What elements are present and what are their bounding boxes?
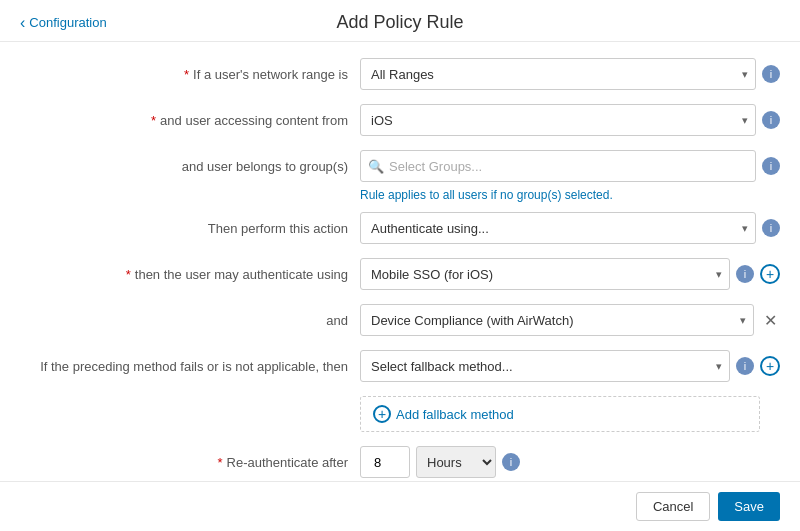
groups-search-wrapper: 🔍: [360, 150, 756, 182]
required-star-1: *: [184, 67, 189, 82]
fallback-info-icon[interactable]: i: [736, 357, 754, 375]
groups-info-icon[interactable]: i: [762, 157, 780, 175]
add-fallback-circle-icon: +: [373, 405, 391, 423]
device-compliance-select-wrapper: Device Compliance (with AirWatch) Certif…: [360, 304, 754, 336]
auth-method-select-wrapper: Mobile SSO (for iOS) Password Certificat…: [360, 258, 730, 290]
device-compliance-select[interactable]: Device Compliance (with AirWatch) Certif…: [360, 304, 754, 336]
page-footer: Cancel Save: [0, 481, 800, 531]
cancel-button[interactable]: Cancel: [636, 492, 710, 521]
device-compliance-row: and Device Compliance (with AirWatch) Ce…: [20, 304, 780, 336]
network-range-label: * If a user's network range is: [20, 67, 360, 82]
fallback-select-wrapper: Select fallback method... Password Certi…: [360, 350, 730, 382]
reauth-info-icon[interactable]: i: [502, 453, 520, 471]
groups-helper-text: Rule applies to all users if no group(s)…: [360, 188, 780, 202]
auth-method-info-icon[interactable]: i: [736, 265, 754, 283]
auth-method-select[interactable]: Mobile SSO (for iOS) Password Certificat…: [360, 258, 730, 290]
reauth-unit-select[interactable]: Hours Days Minutes: [416, 446, 496, 478]
auth-method-input-col: Mobile SSO (for iOS) Password Certificat…: [360, 258, 780, 290]
network-range-select-wrapper: All Ranges Custom Range ▾: [360, 58, 756, 90]
page-header: Configuration Add Policy Rule: [0, 0, 800, 42]
fallback-input-col: Select fallback method... Password Certi…: [360, 350, 780, 382]
add-fallback-button[interactable]: + Add fallback method: [373, 405, 514, 423]
action-info-icon[interactable]: i: [762, 219, 780, 237]
groups-search-input[interactable]: [360, 150, 756, 182]
fallback-label: If the preceding method fails or is not …: [20, 359, 360, 374]
groups-input-col: 🔍 i: [360, 150, 780, 182]
action-label: Then perform this action: [20, 221, 360, 236]
reauth-row: * Re-authenticate after Hours Days Minut…: [20, 446, 780, 478]
save-button[interactable]: Save: [718, 492, 780, 521]
content-from-label: * and user accessing content from: [20, 113, 360, 128]
reauth-label: * Re-authenticate after: [20, 455, 360, 470]
action-select-wrapper: Authenticate using... Deny access Allow …: [360, 212, 756, 244]
action-row: Then perform this action Authenticate us…: [20, 212, 780, 244]
add-fallback-method-button[interactable]: +: [760, 356, 780, 376]
content-from-info-icon[interactable]: i: [762, 111, 780, 129]
device-compliance-input-col: Device Compliance (with AirWatch) Certif…: [360, 304, 780, 336]
device-compliance-label: and: [20, 313, 360, 328]
network-range-input-col: All Ranges Custom Range ▾ i: [360, 58, 780, 90]
remove-device-compliance-button[interactable]: ✕: [760, 310, 780, 330]
fallback-row: If the preceding method fails or is not …: [20, 350, 780, 382]
network-range-select[interactable]: All Ranges Custom Range: [360, 58, 756, 90]
network-range-info-icon[interactable]: i: [762, 65, 780, 83]
reauth-input-col: Hours Days Minutes i: [360, 446, 780, 478]
form-content: * If a user's network range is All Range…: [0, 42, 800, 481]
action-select[interactable]: Authenticate using... Deny access Allow …: [360, 212, 756, 244]
page-title: Add Policy Rule: [336, 12, 463, 33]
groups-label: and user belongs to group(s): [20, 159, 360, 174]
add-auth-method-button[interactable]: +: [760, 264, 780, 284]
required-star-2: *: [151, 113, 156, 128]
auth-method-label: * then the user may authenticate using: [20, 267, 360, 282]
add-fallback-box: + Add fallback method: [360, 396, 760, 432]
reauth-number-input[interactable]: [360, 446, 410, 478]
network-range-row: * If a user's network range is All Range…: [20, 58, 780, 90]
content-from-input-col: iOS Android Windows macOS ▾ i: [360, 104, 780, 136]
search-icon: 🔍: [368, 159, 384, 174]
reauth-number-wrapper: [360, 446, 410, 478]
required-star-5: *: [126, 267, 131, 282]
required-star-8: *: [218, 455, 223, 470]
content-from-row: * and user accessing content from iOS An…: [20, 104, 780, 136]
groups-row: and user belongs to group(s) 🔍 i: [20, 150, 780, 182]
back-link[interactable]: Configuration: [20, 14, 107, 32]
auth-method-row: * then the user may authenticate using M…: [20, 258, 780, 290]
content-from-select-wrapper: iOS Android Windows macOS ▾: [360, 104, 756, 136]
action-input-col: Authenticate using... Deny access Allow …: [360, 212, 780, 244]
content-from-select[interactable]: iOS Android Windows macOS: [360, 104, 756, 136]
fallback-select[interactable]: Select fallback method... Password Certi…: [360, 350, 730, 382]
